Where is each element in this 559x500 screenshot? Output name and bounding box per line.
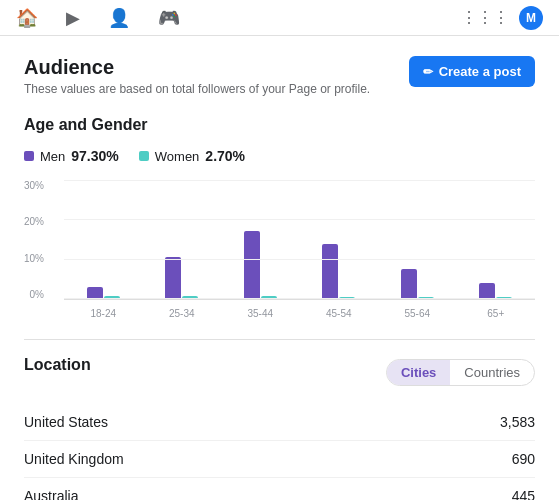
chart-area	[64, 180, 535, 300]
video-icon[interactable]: ▶	[66, 7, 80, 29]
location-count: 3,583	[500, 414, 535, 430]
x-label-18-24: 18-24	[64, 308, 143, 319]
bar-group-35-44	[221, 231, 300, 299]
nav-right: ⋮⋮⋮ M	[461, 6, 543, 30]
audience-info: Audience These values are based on total…	[24, 56, 370, 96]
x-label-65plus: 65+	[457, 308, 536, 319]
women-value: 2.70%	[205, 148, 245, 164]
x-label-25-34: 25-34	[143, 308, 222, 319]
x-label-45-54: 45-54	[300, 308, 379, 319]
section-divider	[24, 339, 535, 340]
bar-group-45-54	[300, 244, 379, 299]
bar-women-55-64	[418, 297, 434, 299]
bar-women-25-34	[182, 296, 198, 299]
home-icon[interactable]: 🏠	[16, 7, 38, 29]
x-axis-labels: 18-24 25-34 35-44 45-54 55-64 65+	[24, 308, 535, 319]
bars-group	[64, 180, 535, 299]
bar-group-55-64	[378, 269, 457, 299]
create-post-label: Create a post	[439, 64, 521, 79]
location-tabs: Cities Countries	[386, 359, 535, 386]
bar-men-55-64	[401, 269, 417, 299]
top-navigation: 🏠 ▶ 👤 🎮 ⋮⋮⋮ M	[0, 0, 559, 36]
location-name: United States	[24, 414, 108, 430]
grid-icon[interactable]: ⋮⋮⋮	[461, 8, 509, 27]
bar-men-45-54	[322, 244, 338, 299]
profile-icon[interactable]: 👤	[108, 7, 130, 29]
gaming-icon[interactable]: 🎮	[158, 7, 180, 29]
bar-women-18-24	[104, 296, 120, 299]
location-name: United Kingdom	[24, 451, 124, 467]
bar-group-18-24	[64, 287, 143, 299]
bar-women-35-44	[261, 296, 277, 299]
tab-cities[interactable]: Cities	[387, 360, 450, 385]
bar-men-18-24	[87, 287, 103, 299]
age-gender-title: Age and Gender	[24, 116, 535, 134]
bar-group-65plus	[457, 283, 536, 299]
women-legend: Women 2.70%	[139, 148, 245, 164]
bar-group-25-34	[143, 257, 222, 299]
women-label: Women	[155, 149, 200, 164]
table-row: United Kingdom 690	[24, 441, 535, 478]
bar-men-65plus	[479, 283, 495, 299]
x-label-55-64: 55-64	[378, 308, 457, 319]
tab-countries[interactable]: Countries	[450, 360, 534, 385]
location-header: Location Cities Countries	[24, 356, 535, 388]
bar-men-25-34	[165, 257, 181, 299]
nav-icons: 🏠 ▶ 👤 🎮	[16, 7, 180, 29]
audience-title: Audience	[24, 56, 370, 79]
bar-men-35-44	[244, 231, 260, 299]
y-axis-labels: 30% 20% 10% 0%	[24, 180, 50, 300]
location-name: Australia	[24, 488, 78, 500]
audience-subtitle: These values are based on total follower…	[24, 82, 370, 96]
location-count: 690	[512, 451, 535, 467]
main-content: Audience These values are based on total…	[0, 36, 559, 500]
location-title: Location	[24, 356, 91, 374]
men-color-dot	[24, 151, 34, 161]
men-label: Men	[40, 149, 65, 164]
table-row: United States 3,583	[24, 404, 535, 441]
age-gender-chart: 30% 20% 10% 0%	[24, 180, 535, 300]
edit-icon: ✏	[423, 65, 433, 79]
bar-women-45-54	[339, 297, 355, 299]
men-legend: Men 97.30%	[24, 148, 119, 164]
avatar[interactable]: M	[519, 6, 543, 30]
women-color-dot	[139, 151, 149, 161]
bar-women-65plus	[496, 297, 512, 299]
location-count: 445	[512, 488, 535, 500]
men-value: 97.30%	[71, 148, 118, 164]
audience-header: Audience These values are based on total…	[24, 56, 535, 96]
x-label-35-44: 35-44	[221, 308, 300, 319]
legend: Men 97.30% Women 2.70%	[24, 148, 535, 164]
location-table: United States 3,583 United Kingdom 690 A…	[24, 404, 535, 500]
create-post-button[interactable]: ✏ Create a post	[409, 56, 535, 87]
table-row: Australia 445	[24, 478, 535, 500]
